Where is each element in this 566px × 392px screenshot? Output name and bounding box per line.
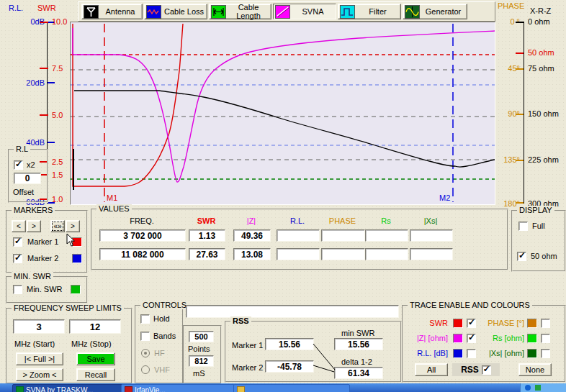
- marker2-step-down-button[interactable]: «»: [50, 220, 65, 232]
- generator-button[interactable]: Generator: [403, 4, 467, 19]
- hf-radio[interactable]: [141, 349, 150, 357]
- swr-trace: [73, 24, 183, 186]
- display-50ohm-checkbox[interactable]: [517, 252, 526, 261]
- taskbar-item-svna-label: SVNA by TRASKW...: [26, 386, 93, 392]
- ms-input[interactable]: [189, 355, 214, 367]
- zoom-sweep-button[interactable]: > Zoom <: [16, 368, 63, 381]
- marker1-checkbox[interactable]: [13, 237, 22, 247]
- sweep-start-input[interactable]: [13, 319, 65, 334]
- trace-all-button[interactable]: All: [415, 363, 448, 376]
- generator-icon: [405, 5, 420, 19]
- points-input[interactable]: [189, 331, 214, 342]
- trace-none-button[interactable]: None: [518, 363, 552, 376]
- hold-checkbox[interactable]: [140, 314, 150, 324]
- save-button[interactable]: Save: [76, 352, 115, 365]
- trace-swr-checkbox[interactable]: [467, 319, 476, 328]
- values-z-m2[interactable]: [233, 248, 271, 260]
- rss-group-title: RSS: [230, 316, 251, 325]
- trace-rl-checkbox[interactable]: [467, 349, 476, 358]
- values-xs-m2[interactable]: [410, 248, 453, 260]
- display-group-title: DISPLAY: [517, 206, 554, 214]
- rss-marker1-value[interactable]: [265, 338, 314, 350]
- values-freq-m1[interactable]: [99, 229, 186, 242]
- rss-marker2-value[interactable]: [265, 360, 314, 373]
- taskbar-item-folder[interactable]: [233, 384, 350, 392]
- tray-icon-1[interactable]: [525, 385, 531, 391]
- values-phase-m1[interactable]: [321, 229, 365, 242]
- points-label: Points: [188, 345, 210, 353]
- filter-button[interactable]: Filter: [338, 4, 401, 19]
- trace-rs-swatch[interactable]: [527, 334, 537, 343]
- black-trace: [74, 91, 495, 167]
- rl-offset-input[interactable]: [14, 173, 41, 184]
- toolbar: Antenna Cable Loss Cable Length SVNA Fil…: [78, 1, 495, 22]
- values-header-xs: |Xs|: [410, 216, 452, 225]
- values-rl-m1[interactable]: [277, 229, 320, 242]
- min-swr-color-swatch[interactable]: [71, 285, 81, 294]
- trace-xs-checkbox[interactable]: [541, 349, 550, 358]
- trace-rss-checkbox[interactable]: [482, 365, 491, 375]
- trace-rs-checkbox[interactable]: [541, 334, 550, 343]
- trace-xs-swatch[interactable]: [527, 349, 537, 358]
- ohm-tick-0: [516, 22, 524, 23]
- trace-z-checkbox[interactable]: [467, 334, 476, 343]
- values-rs-m1[interactable]: [365, 229, 408, 242]
- chart-svg: M1 M2: [71, 22, 495, 204]
- recall-button[interactable]: Recall: [76, 368, 115, 381]
- bands-checkbox[interactable]: [140, 332, 150, 341]
- rss-min-swr-value[interactable]: [334, 338, 383, 350]
- cable-length-button[interactable]: Cable Length: [209, 4, 271, 19]
- taskbar-item-irfanview[interactable]: IrfanVie...: [121, 384, 235, 392]
- display-full-checkbox[interactable]: [518, 222, 528, 231]
- rss-delta-value[interactable]: [334, 367, 383, 379]
- trace-rl-swatch[interactable]: [453, 349, 463, 358]
- marker2-color-swatch[interactable]: [72, 254, 82, 263]
- trace-phase-swatch[interactable]: [527, 319, 537, 328]
- swr-tick-10: 10.0: [52, 17, 67, 26]
- xrz-axis-title: X-R-Z: [530, 6, 551, 15]
- values-xs-m1[interactable]: [410, 229, 453, 242]
- marker2-checkbox-label: Marker 2: [27, 254, 58, 263]
- taskbar-item-svna[interactable]: SVNA by TRASKW...: [12, 384, 123, 392]
- ohm-tick-150: [516, 114, 524, 115]
- status-text-field[interactable]: [186, 305, 399, 318]
- cable-length-icon: [211, 5, 226, 19]
- full-sweep-button[interactable]: |< Full >|: [16, 352, 63, 365]
- generator-button-label: Generator: [420, 7, 467, 16]
- antenna-button-label: Antenna: [99, 7, 142, 16]
- right-axis-line: [524, 22, 524, 204]
- ohm-label-75: 75 ohm: [528, 64, 554, 73]
- min-swr-checkbox[interactable]: [13, 285, 22, 294]
- values-z-m1[interactable]: [233, 229, 271, 242]
- tray-icon-2[interactable]: [535, 385, 541, 391]
- values-swr-m2[interactable]: [189, 248, 225, 260]
- sweep-stop-input[interactable]: [69, 319, 121, 334]
- values-phase-m2[interactable]: [321, 248, 365, 260]
- svna-icon: [275, 5, 290, 19]
- rl-offset-label: Offset: [13, 188, 34, 196]
- antenna-button[interactable]: Antenna: [81, 4, 143, 19]
- chart-plot-area: M1 M2: [70, 22, 495, 205]
- points-panel: Points mS: [183, 325, 222, 384]
- values-header-freq: FREQ.: [99, 216, 184, 225]
- marker1-step-up-button[interactable]: >: [27, 220, 41, 232]
- values-swr-m1[interactable]: [189, 229, 225, 242]
- vhf-radio[interactable]: [141, 365, 150, 374]
- values-rl-m2[interactable]: [277, 248, 320, 260]
- db-tick-20: [48, 82, 55, 83]
- taskbar-system-tray[interactable]: [520, 383, 566, 392]
- rl-x2-checkbox[interactable]: [14, 160, 23, 170]
- trace-z-swatch[interactable]: [453, 334, 463, 343]
- cable-loss-button[interactable]: Cable Loss: [144, 4, 207, 19]
- values-rs-m2[interactable]: [365, 248, 408, 260]
- trace-phase-checkbox[interactable]: [541, 319, 550, 328]
- trace-swr-swatch[interactable]: [453, 319, 463, 328]
- svna-button[interactable]: SVNA: [273, 4, 336, 19]
- min-swr-group: MIN. SWR Min. SWR: [6, 276, 88, 304]
- marker2-step-up-button[interactable]: >: [66, 220, 80, 232]
- swr-tick-1-5: 1.5: [52, 170, 63, 179]
- values-freq-m2[interactable]: [99, 248, 186, 260]
- marker1-step-down-button[interactable]: <: [12, 220, 26, 232]
- marker2-checkbox[interactable]: [13, 254, 22, 263]
- taskbar-item-irfanview-label: IrfanVie...: [135, 386, 166, 392]
